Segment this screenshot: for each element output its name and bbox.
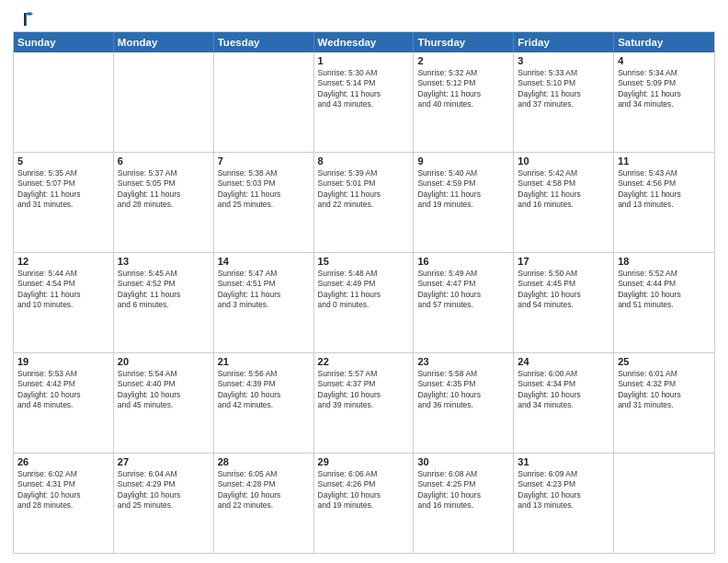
calendar-week-1: 1Sunrise: 5:30 AM Sunset: 5:14 PM Daylig… bbox=[14, 52, 714, 153]
day-info: Sunrise: 5:34 AM Sunset: 5:09 PM Dayligh… bbox=[618, 68, 711, 110]
day-number: 24 bbox=[518, 356, 609, 367]
day-info: Sunrise: 5:33 AM Sunset: 5:10 PM Dayligh… bbox=[518, 68, 609, 110]
calendar-day-8: 8Sunrise: 5:39 AM Sunset: 5:01 PM Daylig… bbox=[314, 153, 415, 252]
day-info: Sunrise: 5:32 AM Sunset: 5:12 PM Dayligh… bbox=[417, 68, 509, 110]
day-header-tuesday: Tuesday bbox=[214, 32, 314, 52]
calendar-day-9: 9Sunrise: 5:40 AM Sunset: 4:59 PM Daylig… bbox=[414, 153, 514, 252]
day-number: 19 bbox=[17, 356, 109, 367]
calendar-day-22: 22Sunrise: 5:57 AM Sunset: 4:37 PM Dayli… bbox=[314, 353, 415, 453]
calendar-day-24: 24Sunrise: 6:00 AM Sunset: 4:34 PM Dayli… bbox=[514, 353, 614, 453]
calendar-week-2: 5Sunrise: 5:35 AM Sunset: 5:07 PM Daylig… bbox=[14, 153, 714, 253]
calendar-day-13: 13Sunrise: 5:45 AM Sunset: 4:52 PM Dayli… bbox=[114, 253, 214, 352]
calendar-day-19: 19Sunrise: 5:53 AM Sunset: 4:42 PM Dayli… bbox=[14, 353, 114, 453]
calendar-day-18: 18Sunrise: 5:52 AM Sunset: 4:44 PM Dayli… bbox=[614, 253, 714, 352]
calendar-day-28: 28Sunrise: 6:05 AM Sunset: 4:28 PM Dayli… bbox=[214, 454, 314, 553]
calendar-day-29: 29Sunrise: 6:06 AM Sunset: 4:26 PM Dayli… bbox=[314, 454, 415, 553]
day-number: 5 bbox=[17, 155, 109, 167]
day-info: Sunrise: 5:40 AM Sunset: 4:59 PM Dayligh… bbox=[417, 168, 509, 211]
day-number: 9 bbox=[417, 155, 509, 167]
day-header-sunday: Sunday bbox=[14, 32, 114, 52]
calendar-day-27: 27Sunrise: 6:04 AM Sunset: 4:29 PM Dayli… bbox=[114, 454, 214, 553]
calendar-day-6: 6Sunrise: 5:37 AM Sunset: 5:05 PM Daylig… bbox=[114, 153, 214, 252]
calendar-day-31: 31Sunrise: 6:09 AM Sunset: 4:23 PM Dayli… bbox=[514, 454, 614, 553]
day-info: Sunrise: 5:58 AM Sunset: 4:35 PM Dayligh… bbox=[417, 369, 509, 411]
calendar-day-21: 21Sunrise: 5:56 AM Sunset: 4:39 PM Dayli… bbox=[214, 353, 314, 453]
day-number: 27 bbox=[118, 456, 210, 467]
header bbox=[13, 9, 715, 26]
day-info: Sunrise: 5:50 AM Sunset: 4:45 PM Dayligh… bbox=[518, 269, 609, 311]
day-info: Sunrise: 5:38 AM Sunset: 5:03 PM Dayligh… bbox=[218, 168, 310, 211]
calendar-day-25: 25Sunrise: 6:01 AM Sunset: 4:32 PM Dayli… bbox=[614, 353, 714, 453]
calendar-week-5: 26Sunrise: 6:02 AM Sunset: 4:31 PM Dayli… bbox=[14, 454, 714, 553]
day-info: Sunrise: 6:08 AM Sunset: 4:25 PM Dayligh… bbox=[417, 469, 509, 511]
calendar-week-4: 19Sunrise: 5:53 AM Sunset: 4:42 PM Dayli… bbox=[14, 353, 714, 454]
day-info: Sunrise: 5:53 AM Sunset: 4:42 PM Dayligh… bbox=[17, 369, 109, 411]
day-number: 10 bbox=[518, 155, 609, 167]
day-number: 29 bbox=[318, 456, 410, 467]
day-number: 11 bbox=[618, 155, 711, 167]
day-number: 23 bbox=[417, 356, 509, 367]
day-info: Sunrise: 6:02 AM Sunset: 4:31 PM Dayligh… bbox=[17, 469, 109, 511]
day-info: Sunrise: 5:57 AM Sunset: 4:37 PM Dayligh… bbox=[318, 369, 410, 411]
day-info: Sunrise: 5:44 AM Sunset: 4:54 PM Dayligh… bbox=[17, 269, 109, 311]
calendar-body: 1Sunrise: 5:30 AM Sunset: 5:14 PM Daylig… bbox=[14, 52, 714, 553]
day-info: Sunrise: 5:43 AM Sunset: 4:56 PM Dayligh… bbox=[618, 168, 711, 211]
calendar-day-empty bbox=[214, 52, 314, 152]
calendar-day-26: 26Sunrise: 6:02 AM Sunset: 4:31 PM Dayli… bbox=[14, 454, 114, 553]
calendar-day-4: 4Sunrise: 5:34 AM Sunset: 5:09 PM Daylig… bbox=[614, 52, 714, 152]
day-info: Sunrise: 6:01 AM Sunset: 4:32 PM Dayligh… bbox=[618, 369, 711, 411]
day-header-friday: Friday bbox=[514, 32, 614, 52]
day-header-monday: Monday bbox=[114, 32, 214, 52]
calendar-day-1: 1Sunrise: 5:30 AM Sunset: 5:14 PM Daylig… bbox=[314, 52, 415, 152]
calendar-day-20: 20Sunrise: 5:54 AM Sunset: 4:40 PM Dayli… bbox=[114, 353, 214, 453]
day-info: Sunrise: 6:09 AM Sunset: 4:23 PM Dayligh… bbox=[518, 469, 609, 511]
day-info: Sunrise: 5:56 AM Sunset: 4:39 PM Dayligh… bbox=[218, 369, 310, 411]
day-number: 8 bbox=[318, 155, 410, 167]
day-number: 14 bbox=[218, 256, 310, 267]
day-number: 4 bbox=[618, 55, 711, 66]
day-info: Sunrise: 5:52 AM Sunset: 4:44 PM Dayligh… bbox=[618, 269, 711, 311]
calendar-day-7: 7Sunrise: 5:38 AM Sunset: 5:03 PM Daylig… bbox=[214, 153, 314, 252]
day-number: 12 bbox=[17, 256, 109, 267]
logo bbox=[13, 9, 35, 26]
calendar-day-empty bbox=[14, 52, 114, 152]
day-info: Sunrise: 5:48 AM Sunset: 4:49 PM Dayligh… bbox=[318, 269, 410, 311]
calendar-day-empty bbox=[114, 52, 214, 152]
calendar-day-15: 15Sunrise: 5:48 AM Sunset: 4:49 PM Dayli… bbox=[314, 253, 415, 352]
day-info: Sunrise: 5:42 AM Sunset: 4:58 PM Dayligh… bbox=[518, 168, 609, 211]
day-header-saturday: Saturday bbox=[614, 32, 714, 52]
day-number: 25 bbox=[618, 356, 711, 367]
calendar-day-12: 12Sunrise: 5:44 AM Sunset: 4:54 PM Dayli… bbox=[14, 253, 114, 352]
calendar-day-11: 11Sunrise: 5:43 AM Sunset: 4:56 PM Dayli… bbox=[614, 153, 714, 252]
day-info: Sunrise: 5:49 AM Sunset: 4:47 PM Dayligh… bbox=[417, 269, 509, 311]
day-info: Sunrise: 5:45 AM Sunset: 4:52 PM Dayligh… bbox=[118, 269, 210, 311]
calendar-day-14: 14Sunrise: 5:47 AM Sunset: 4:51 PM Dayli… bbox=[214, 253, 314, 352]
calendar-day-23: 23Sunrise: 5:58 AM Sunset: 4:35 PM Dayli… bbox=[414, 353, 514, 453]
calendar-week-3: 12Sunrise: 5:44 AM Sunset: 4:54 PM Dayli… bbox=[14, 253, 714, 353]
day-number: 13 bbox=[118, 256, 210, 267]
day-number: 31 bbox=[518, 456, 609, 467]
day-header-thursday: Thursday bbox=[414, 32, 514, 52]
calendar-day-16: 16Sunrise: 5:49 AM Sunset: 4:47 PM Dayli… bbox=[414, 253, 514, 352]
day-number: 30 bbox=[417, 456, 509, 467]
calendar-day-5: 5Sunrise: 5:35 AM Sunset: 5:07 PM Daylig… bbox=[14, 153, 114, 252]
day-number: 21 bbox=[218, 356, 310, 367]
calendar-day-empty bbox=[614, 454, 714, 553]
day-number: 2 bbox=[417, 55, 509, 66]
day-header-wednesday: Wednesday bbox=[314, 32, 415, 52]
day-number: 28 bbox=[218, 456, 310, 467]
calendar-day-2: 2Sunrise: 5:32 AM Sunset: 5:12 PM Daylig… bbox=[414, 52, 514, 152]
day-info: Sunrise: 5:39 AM Sunset: 5:01 PM Dayligh… bbox=[318, 168, 410, 211]
day-number: 3 bbox=[518, 55, 609, 66]
logo-icon bbox=[15, 9, 35, 29]
day-info: Sunrise: 5:37 AM Sunset: 5:05 PM Dayligh… bbox=[118, 168, 210, 211]
day-info: Sunrise: 6:00 AM Sunset: 4:34 PM Dayligh… bbox=[518, 369, 609, 411]
day-info: Sunrise: 5:30 AM Sunset: 5:14 PM Dayligh… bbox=[318, 68, 410, 110]
day-number: 18 bbox=[618, 256, 711, 267]
day-number: 22 bbox=[318, 356, 410, 367]
day-number: 26 bbox=[17, 456, 109, 467]
calendar-day-10: 10Sunrise: 5:42 AM Sunset: 4:58 PM Dayli… bbox=[514, 153, 614, 252]
calendar-header: SundayMondayTuesdayWednesdayThursdayFrid… bbox=[14, 32, 714, 52]
calendar-day-30: 30Sunrise: 6:08 AM Sunset: 4:25 PM Dayli… bbox=[414, 454, 514, 553]
day-number: 1 bbox=[318, 55, 410, 66]
